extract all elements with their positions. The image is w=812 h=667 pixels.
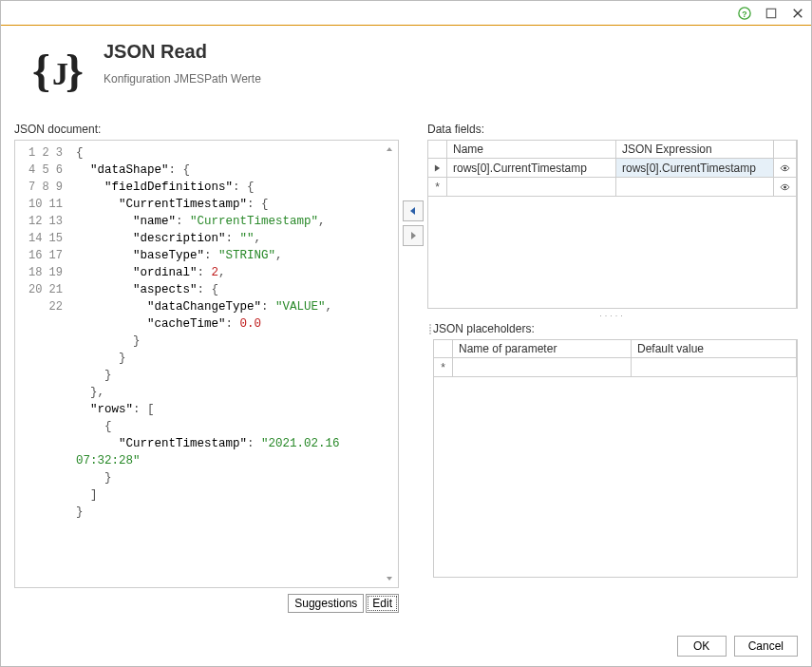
editor-code[interactable]: { "dataShape": { "fieldDefinitions": { "… [70,141,398,587]
json-placeholders-label: JSON placeholders: [433,322,798,335]
eye-icon [780,182,790,192]
move-left-button[interactable] [403,200,424,221]
col-name-header[interactable]: Name [447,141,616,159]
data-field-expression[interactable]: rows[0].CurrentTimestamp [616,159,774,178]
svg-point-6 [784,166,786,169]
json-document-label: JSON document: [14,123,399,136]
new-row-indicator-icon: * [434,358,453,377]
col-default-header[interactable]: Default value [632,340,797,358]
edit-button[interactable]: Edit [366,594,399,613]
current-row-indicator-icon [428,159,447,178]
json-editor[interactable]: 1 2 3 4 5 6 7 8 9 10 11 12 13 14 15 16 1… [14,140,399,588]
dialog-title: JSON Read [104,41,261,63]
move-right-button[interactable] [403,225,424,246]
ok-button[interactable]: OK [677,636,727,657]
dialog-header: { J } JSON Read Konfiguration JMESPath W… [1,26,811,123]
editor-scrollbar[interactable] [383,143,396,585]
data-fields-row[interactable]: rows[0].CurrentTimestamprows[0].CurrentT… [428,159,797,178]
svg-text:{: { [32,46,50,96]
titlebar: ? [1,1,811,26]
scroll-down-icon[interactable] [383,572,396,585]
scroll-up-icon[interactable] [383,143,396,156]
eye-icon [780,163,790,173]
col-expr-header[interactable]: JSON Expression [616,141,774,159]
svg-rect-2 [766,9,775,17]
data-fields-grid[interactable]: Name JSON Expression rows[0].CurrentTime… [427,140,798,309]
svg-text:?: ? [742,9,746,18]
cancel-button[interactable]: Cancel [734,636,798,657]
splitter-horizontal[interactable]: ····· [427,309,798,322]
data-fields-header: Name JSON Expression [428,141,797,159]
triangle-right-icon [408,231,418,240]
triangle-left-icon [408,206,418,216]
visibility-toggle[interactable] [774,159,797,178]
svg-text:}: } [66,46,83,96]
svg-point-7 [784,185,786,188]
data-field-name[interactable]: rows[0].CurrentTimestamp [447,159,616,178]
col-param-header[interactable]: Name of parameter [453,340,632,358]
close-icon[interactable] [790,6,805,21]
dialog-subtitle: Konfiguration JMESPath Werte [104,72,261,86]
json-logo-icon: { J } [24,41,85,102]
help-icon[interactable]: ? [737,6,752,21]
new-row-indicator-icon: * [428,178,447,197]
visibility-toggle[interactable] [774,178,797,197]
placeholders-new-row[interactable]: * [434,358,797,377]
data-fields-label: Data fields: [427,123,798,136]
dialog-window: ? { J } JSON Read Konfiguration JMESPath… [0,0,812,667]
maximize-icon[interactable] [764,6,779,21]
data-fields-new-row[interactable]: * [428,178,797,197]
placeholders-grid[interactable]: Name of parameter Default value * [433,339,798,578]
dialog-footer: OK Cancel [1,626,811,666]
editor-gutter: 1 2 3 4 5 6 7 8 9 10 11 12 13 14 15 16 1… [15,141,70,587]
suggestions-button[interactable]: Suggestions [288,594,364,613]
